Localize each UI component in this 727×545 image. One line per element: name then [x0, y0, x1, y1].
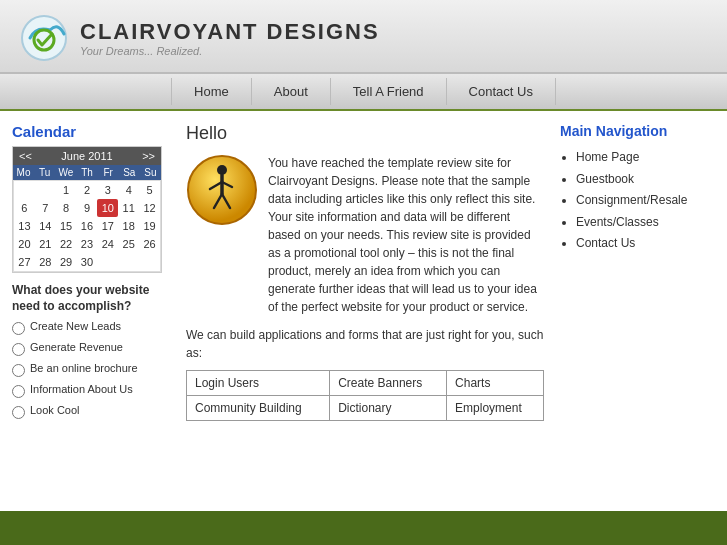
- nav-list-link[interactable]: Home Page: [576, 150, 639, 164]
- nav-item-contact-us[interactable]: Contact Us: [447, 78, 556, 105]
- radio-input[interactable]: [12, 385, 25, 398]
- cal-date[interactable]: 15: [56, 217, 77, 235]
- cal-date[interactable]: 21: [35, 235, 56, 253]
- cal-date[interactable]: 16: [77, 217, 98, 235]
- cal-date[interactable]: 25: [118, 235, 139, 253]
- cal-date[interactable]: 29: [56, 253, 77, 271]
- radio-options: Create New LeadsGenerate RevenueBe an on…: [12, 320, 170, 419]
- hello-title: Hello: [186, 123, 544, 144]
- radio-label: Information About Us: [30, 383, 133, 395]
- nav-list-link[interactable]: Guestbook: [576, 172, 634, 186]
- nav-list-item[interactable]: Events/Classes: [576, 212, 715, 234]
- table-cell: Create Banners: [330, 371, 447, 396]
- cal-date[interactable]: 9: [77, 199, 98, 217]
- logo-text-block: CLAIRVOYANT DESIGNS Your Dreams... Reali…: [80, 19, 380, 57]
- cal-day-header: Su: [140, 165, 161, 180]
- apps-table-wrap: Login UsersCreate BannersChartsCommunity…: [186, 370, 544, 421]
- cal-date[interactable]: 14: [35, 217, 56, 235]
- cal-month-year: June 2011: [61, 150, 112, 162]
- cal-prev[interactable]: <<: [19, 150, 32, 162]
- logo-area: CLAIRVOYANT DESIGNS Your Dreams... Reali…: [20, 14, 707, 62]
- radio-item[interactable]: Be an online brochure: [12, 362, 170, 377]
- cal-date: [97, 253, 118, 271]
- table-cell: Employment: [447, 396, 544, 421]
- radio-item[interactable]: Information About Us: [12, 383, 170, 398]
- cal-date[interactable]: 20: [14, 235, 35, 253]
- nav-list-link[interactable]: Consignment/Resale: [576, 193, 687, 207]
- nav-item-about[interactable]: About: [252, 78, 331, 105]
- radio-label: Be an online brochure: [30, 362, 138, 374]
- logo-title: CLAIRVOYANT DESIGNS: [80, 19, 380, 45]
- apps-table: Login UsersCreate BannersChartsCommunity…: [186, 370, 544, 421]
- cal-date: [14, 181, 35, 199]
- cal-date[interactable]: 24: [97, 235, 118, 253]
- cal-date[interactable]: 13: [14, 217, 35, 235]
- logo-subtitle: Your Dreams... Realized.: [80, 45, 380, 57]
- cal-day-header: Sa: [119, 165, 140, 180]
- cal-next[interactable]: >>: [142, 150, 155, 162]
- main-nav-list: Home PageGuestbookConsignment/ResaleEven…: [560, 147, 715, 255]
- cal-date[interactable]: 28: [35, 253, 56, 271]
- radio-item[interactable]: Generate Revenue: [12, 341, 170, 356]
- cal-day-header: We: [55, 165, 76, 180]
- nav-list-item[interactable]: Home Page: [576, 147, 715, 169]
- table-row: Login UsersCreate BannersCharts: [187, 371, 544, 396]
- main-content: Hello: [178, 123, 552, 499]
- cal-date[interactable]: 19: [139, 217, 160, 235]
- radio-input[interactable]: [12, 406, 25, 419]
- cal-date: [118, 253, 139, 271]
- cal-date[interactable]: 8: [56, 199, 77, 217]
- content-area: Calendar << June 2011 >> MoTuWeThFrSaSu …: [0, 111, 727, 511]
- radio-item[interactable]: Create New Leads: [12, 320, 170, 335]
- logo-icon: [20, 14, 68, 62]
- table-cell: Login Users: [187, 371, 330, 396]
- right-sidebar: Main Navigation Home PageGuestbookConsig…: [560, 123, 715, 499]
- table-cell: Charts: [447, 371, 544, 396]
- content-body: You have reached the template review sit…: [186, 154, 544, 316]
- table-cell: Dictionary: [330, 396, 447, 421]
- nav-list-item[interactable]: Contact Us: [576, 233, 715, 255]
- navbar: HomeAboutTell A FriendContact Us: [0, 73, 727, 111]
- nav-item-home[interactable]: Home: [171, 78, 252, 105]
- table-cell: Community Building: [187, 396, 330, 421]
- nav-list-link[interactable]: Contact Us: [576, 236, 635, 250]
- cal-date: [139, 253, 160, 271]
- cal-date[interactable]: 17: [97, 217, 118, 235]
- nav-list-item[interactable]: Guestbook: [576, 169, 715, 191]
- cal-date[interactable]: 26: [139, 235, 160, 253]
- nav-list-link[interactable]: Events/Classes: [576, 215, 659, 229]
- table-row: Community BuildingDictionaryEmployment: [187, 396, 544, 421]
- bottom-text: We can build applications and forms that…: [186, 326, 544, 362]
- cal-date[interactable]: 30: [77, 253, 98, 271]
- cal-date: [35, 181, 56, 199]
- cal-date[interactable]: 27: [14, 253, 35, 271]
- cal-date[interactable]: 4: [118, 181, 139, 199]
- radio-input[interactable]: [12, 364, 25, 377]
- calendar-header: << June 2011 >>: [13, 147, 161, 165]
- nav-item-tell-a-friend[interactable]: Tell A Friend: [331, 78, 447, 105]
- left-sidebar: Calendar << June 2011 >> MoTuWeThFrSaSu …: [12, 123, 170, 499]
- walking-person-icon: [186, 154, 258, 226]
- cal-day-header: Fr: [98, 165, 119, 180]
- cal-date[interactable]: 5: [139, 181, 160, 199]
- cal-date[interactable]: 6: [14, 199, 35, 217]
- cal-date[interactable]: 3: [97, 181, 118, 199]
- nav-list-item[interactable]: Consignment/Resale: [576, 190, 715, 212]
- sidebar-question: What does your website need to accomplis…: [12, 283, 170, 314]
- radio-input[interactable]: [12, 322, 25, 335]
- cal-date[interactable]: 7: [35, 199, 56, 217]
- header: CLAIRVOYANT DESIGNS Your Dreams... Reali…: [0, 0, 727, 73]
- cal-date[interactable]: 11: [118, 199, 139, 217]
- cal-date[interactable]: 18: [118, 217, 139, 235]
- cal-day-header: Mo: [13, 165, 34, 180]
- cal-date[interactable]: 1: [56, 181, 77, 199]
- cal-date[interactable]: 23: [77, 235, 98, 253]
- calendar: << June 2011 >> MoTuWeThFrSaSu 123456789…: [12, 146, 162, 273]
- cal-date[interactable]: 12: [139, 199, 160, 217]
- radio-item[interactable]: Look Cool: [12, 404, 170, 419]
- radio-label: Look Cool: [30, 404, 80, 416]
- radio-input[interactable]: [12, 343, 25, 356]
- cal-date[interactable]: 10: [97, 199, 118, 217]
- cal-date[interactable]: 22: [56, 235, 77, 253]
- cal-date[interactable]: 2: [77, 181, 98, 199]
